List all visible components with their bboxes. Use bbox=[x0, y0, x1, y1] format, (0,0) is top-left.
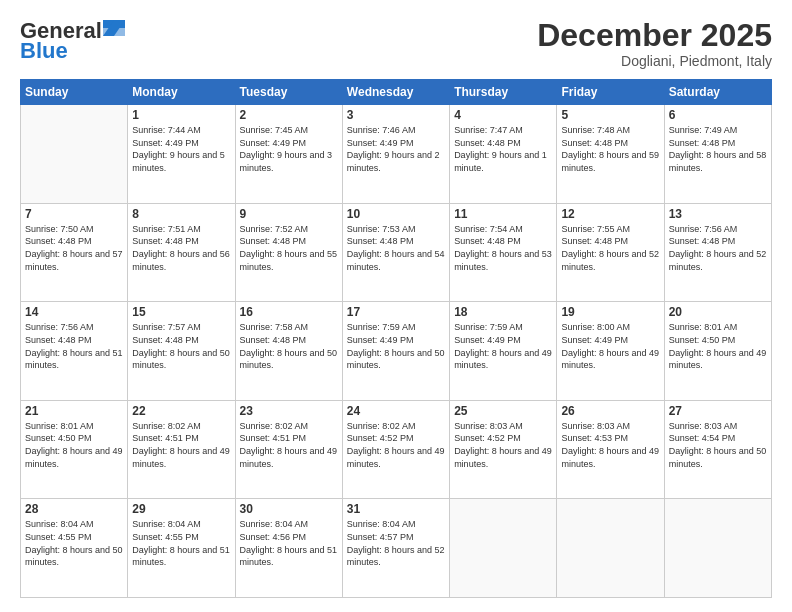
header: General Blue December 2025 Dogliani, Pie… bbox=[20, 18, 772, 69]
calendar-cell: 2Sunrise: 7:45 AMSunset: 4:49 PMDaylight… bbox=[235, 105, 342, 204]
sunset-text: Sunset: 4:48 PM bbox=[561, 235, 659, 248]
sunset-text: Sunset: 4:48 PM bbox=[347, 235, 445, 248]
day-info: Sunrise: 8:02 AMSunset: 4:52 PMDaylight:… bbox=[347, 420, 445, 470]
day-number: 10 bbox=[347, 207, 445, 221]
day-info: Sunrise: 7:57 AMSunset: 4:48 PMDaylight:… bbox=[132, 321, 230, 371]
sunrise-text: Sunrise: 7:45 AM bbox=[240, 124, 338, 137]
day-info: Sunrise: 7:52 AMSunset: 4:48 PMDaylight:… bbox=[240, 223, 338, 273]
daylight-text: Daylight: 8 hours and 49 minutes. bbox=[561, 347, 659, 372]
sunrise-text: Sunrise: 7:54 AM bbox=[454, 223, 552, 236]
calendar-cell: 5Sunrise: 7:48 AMSunset: 4:48 PMDaylight… bbox=[557, 105, 664, 204]
sunset-text: Sunset: 4:49 PM bbox=[561, 334, 659, 347]
day-info: Sunrise: 7:49 AMSunset: 4:48 PMDaylight:… bbox=[669, 124, 767, 174]
calendar-cell: 27Sunrise: 8:03 AMSunset: 4:54 PMDayligh… bbox=[664, 400, 771, 499]
daylight-text: Daylight: 8 hours and 49 minutes. bbox=[669, 347, 767, 372]
location: Dogliani, Piedmont, Italy bbox=[537, 53, 772, 69]
week-row-0: 1Sunrise: 7:44 AMSunset: 4:49 PMDaylight… bbox=[21, 105, 772, 204]
sunset-text: Sunset: 4:54 PM bbox=[669, 432, 767, 445]
day-number: 3 bbox=[347, 108, 445, 122]
sunrise-text: Sunrise: 7:52 AM bbox=[240, 223, 338, 236]
sunset-text: Sunset: 4:53 PM bbox=[561, 432, 659, 445]
daylight-text: Daylight: 8 hours and 49 minutes. bbox=[347, 445, 445, 470]
daylight-text: Daylight: 8 hours and 50 minutes. bbox=[669, 445, 767, 470]
sunset-text: Sunset: 4:52 PM bbox=[347, 432, 445, 445]
sunset-text: Sunset: 4:48 PM bbox=[561, 137, 659, 150]
daylight-text: Daylight: 8 hours and 50 minutes. bbox=[240, 347, 338, 372]
calendar-cell: 8Sunrise: 7:51 AMSunset: 4:48 PMDaylight… bbox=[128, 203, 235, 302]
day-info: Sunrise: 7:47 AMSunset: 4:48 PMDaylight:… bbox=[454, 124, 552, 174]
sunrise-text: Sunrise: 7:59 AM bbox=[347, 321, 445, 334]
day-number: 23 bbox=[240, 404, 338, 418]
sunset-text: Sunset: 4:48 PM bbox=[454, 235, 552, 248]
week-row-1: 7Sunrise: 7:50 AMSunset: 4:48 PMDaylight… bbox=[21, 203, 772, 302]
sunrise-text: Sunrise: 7:48 AM bbox=[561, 124, 659, 137]
sunrise-text: Sunrise: 7:46 AM bbox=[347, 124, 445, 137]
daylight-text: Daylight: 8 hours and 49 minutes. bbox=[132, 445, 230, 470]
calendar-cell: 3Sunrise: 7:46 AMSunset: 4:49 PMDaylight… bbox=[342, 105, 449, 204]
header-right: December 2025 Dogliani, Piedmont, Italy bbox=[537, 18, 772, 69]
col-sunday: Sunday bbox=[21, 80, 128, 105]
calendar-cell: 9Sunrise: 7:52 AMSunset: 4:48 PMDaylight… bbox=[235, 203, 342, 302]
sunrise-text: Sunrise: 7:57 AM bbox=[132, 321, 230, 334]
daylight-text: Daylight: 8 hours and 51 minutes. bbox=[240, 544, 338, 569]
sunrise-text: Sunrise: 7:44 AM bbox=[132, 124, 230, 137]
day-info: Sunrise: 7:59 AMSunset: 4:49 PMDaylight:… bbox=[454, 321, 552, 371]
day-number: 31 bbox=[347, 502, 445, 516]
sunrise-text: Sunrise: 7:59 AM bbox=[454, 321, 552, 334]
sunrise-text: Sunrise: 7:51 AM bbox=[132, 223, 230, 236]
calendar-cell bbox=[664, 499, 771, 598]
sunrise-text: Sunrise: 8:00 AM bbox=[561, 321, 659, 334]
sunset-text: Sunset: 4:49 PM bbox=[347, 334, 445, 347]
sunset-text: Sunset: 4:57 PM bbox=[347, 531, 445, 544]
calendar-cell: 18Sunrise: 7:59 AMSunset: 4:49 PMDayligh… bbox=[450, 302, 557, 401]
calendar-cell: 15Sunrise: 7:57 AMSunset: 4:48 PMDayligh… bbox=[128, 302, 235, 401]
calendar-cell: 14Sunrise: 7:56 AMSunset: 4:48 PMDayligh… bbox=[21, 302, 128, 401]
day-info: Sunrise: 7:48 AMSunset: 4:48 PMDaylight:… bbox=[561, 124, 659, 174]
day-info: Sunrise: 8:04 AMSunset: 4:56 PMDaylight:… bbox=[240, 518, 338, 568]
col-friday: Friday bbox=[557, 80, 664, 105]
logo: General Blue bbox=[20, 18, 125, 64]
daylight-text: Daylight: 9 hours and 1 minute. bbox=[454, 149, 552, 174]
sunset-text: Sunset: 4:48 PM bbox=[669, 235, 767, 248]
col-monday: Monday bbox=[128, 80, 235, 105]
day-info: Sunrise: 8:04 AMSunset: 4:55 PMDaylight:… bbox=[132, 518, 230, 568]
sunrise-text: Sunrise: 8:01 AM bbox=[25, 420, 123, 433]
sunrise-text: Sunrise: 7:50 AM bbox=[25, 223, 123, 236]
sunrise-text: Sunrise: 8:01 AM bbox=[669, 321, 767, 334]
day-number: 30 bbox=[240, 502, 338, 516]
day-number: 27 bbox=[669, 404, 767, 418]
sunrise-text: Sunrise: 8:02 AM bbox=[347, 420, 445, 433]
daylight-text: Daylight: 9 hours and 2 minutes. bbox=[347, 149, 445, 174]
daylight-text: Daylight: 8 hours and 50 minutes. bbox=[132, 347, 230, 372]
calendar-cell: 1Sunrise: 7:44 AMSunset: 4:49 PMDaylight… bbox=[128, 105, 235, 204]
sunset-text: Sunset: 4:48 PM bbox=[669, 137, 767, 150]
daylight-text: Daylight: 8 hours and 49 minutes. bbox=[25, 445, 123, 470]
calendar-cell: 31Sunrise: 8:04 AMSunset: 4:57 PMDayligh… bbox=[342, 499, 449, 598]
day-info: Sunrise: 8:03 AMSunset: 4:53 PMDaylight:… bbox=[561, 420, 659, 470]
calendar-cell: 10Sunrise: 7:53 AMSunset: 4:48 PMDayligh… bbox=[342, 203, 449, 302]
day-info: Sunrise: 7:45 AMSunset: 4:49 PMDaylight:… bbox=[240, 124, 338, 174]
day-number: 15 bbox=[132, 305, 230, 319]
calendar-cell: 21Sunrise: 8:01 AMSunset: 4:50 PMDayligh… bbox=[21, 400, 128, 499]
day-number: 7 bbox=[25, 207, 123, 221]
calendar-cell: 12Sunrise: 7:55 AMSunset: 4:48 PMDayligh… bbox=[557, 203, 664, 302]
calendar-cell bbox=[450, 499, 557, 598]
sunset-text: Sunset: 4:48 PM bbox=[240, 235, 338, 248]
sunrise-text: Sunrise: 8:04 AM bbox=[347, 518, 445, 531]
day-number: 18 bbox=[454, 305, 552, 319]
calendar-cell: 7Sunrise: 7:50 AMSunset: 4:48 PMDaylight… bbox=[21, 203, 128, 302]
sunrise-text: Sunrise: 8:02 AM bbox=[132, 420, 230, 433]
daylight-text: Daylight: 8 hours and 51 minutes. bbox=[132, 544, 230, 569]
calendar-cell: 23Sunrise: 8:02 AMSunset: 4:51 PMDayligh… bbox=[235, 400, 342, 499]
day-number: 4 bbox=[454, 108, 552, 122]
calendar-cell: 26Sunrise: 8:03 AMSunset: 4:53 PMDayligh… bbox=[557, 400, 664, 499]
sunset-text: Sunset: 4:49 PM bbox=[132, 137, 230, 150]
day-info: Sunrise: 8:04 AMSunset: 4:57 PMDaylight:… bbox=[347, 518, 445, 568]
sunrise-text: Sunrise: 7:56 AM bbox=[25, 321, 123, 334]
sunset-text: Sunset: 4:56 PM bbox=[240, 531, 338, 544]
day-info: Sunrise: 7:46 AMSunset: 4:49 PMDaylight:… bbox=[347, 124, 445, 174]
sunrise-text: Sunrise: 7:55 AM bbox=[561, 223, 659, 236]
day-info: Sunrise: 7:56 AMSunset: 4:48 PMDaylight:… bbox=[669, 223, 767, 273]
day-number: 1 bbox=[132, 108, 230, 122]
week-row-2: 14Sunrise: 7:56 AMSunset: 4:48 PMDayligh… bbox=[21, 302, 772, 401]
